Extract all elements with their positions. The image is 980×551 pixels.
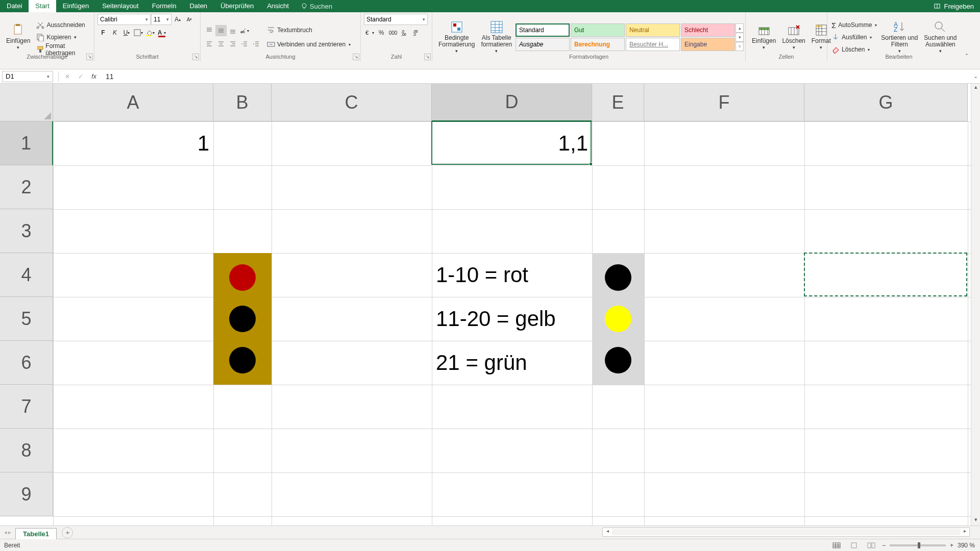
tab-einfuegen[interactable]: Einfügen xyxy=(56,0,95,12)
row-header-7[interactable]: 7 xyxy=(0,385,53,429)
decrease-decimal-button[interactable]: ,00,0 xyxy=(411,27,422,38)
paste-button[interactable]: Einfügen▾ xyxy=(3,22,33,52)
autosum-button[interactable]: ΣAutoSumme▾ xyxy=(830,19,878,31)
expand-formula-bar-button[interactable]: ⌄ xyxy=(973,73,978,80)
add-sheet-button[interactable]: ＋ xyxy=(62,527,73,538)
column-header-C[interactable]: C xyxy=(272,84,432,121)
cell-D4[interactable]: 1-10 = rot xyxy=(436,253,588,297)
row-header-1[interactable]: 1 xyxy=(0,121,53,165)
cell-style-standard[interactable]: Standard xyxy=(516,23,570,37)
share-button[interactable]: Freigeben xyxy=(944,3,974,10)
row-header-3[interactable]: 3 xyxy=(0,209,53,253)
tab-start[interactable]: Start xyxy=(29,0,56,12)
increase-decimal-button[interactable]: ,0,00 xyxy=(399,27,410,38)
fill-handle[interactable] xyxy=(589,162,593,166)
tell-me-search[interactable]: Suchen xyxy=(296,3,337,10)
decrease-font-button[interactable]: A▾ xyxy=(184,14,195,25)
insert-function-button[interactable]: fx xyxy=(89,72,99,81)
merge-center-button[interactable]: Verbinden und zentrieren▾ xyxy=(266,38,352,51)
font-color-button[interactable]: A▾ xyxy=(156,27,167,38)
row-header-9[interactable]: 9 xyxy=(0,472,53,516)
tab-ansicht[interactable]: Ansicht xyxy=(260,0,296,12)
borders-button[interactable]: ▾ xyxy=(133,27,144,38)
align-right-button[interactable] xyxy=(227,38,238,49)
cell-style-besuchter[interactable]: Besuchter H... xyxy=(626,38,680,51)
font-name-select[interactable]: Calibri xyxy=(97,14,151,25)
name-box[interactable]: D1 xyxy=(2,71,53,82)
cut-button[interactable]: Ausschneiden xyxy=(35,19,91,31)
increase-indent-button[interactable] xyxy=(251,38,262,49)
row-header-4[interactable]: 4 xyxy=(0,253,53,297)
row-header-5[interactable]: 5 xyxy=(0,297,53,341)
tab-datei[interactable]: Datei xyxy=(0,0,29,12)
row-header-2[interactable]: 2 xyxy=(0,165,53,209)
view-normal-button[interactable] xyxy=(830,541,843,550)
align-center-button[interactable] xyxy=(215,38,227,49)
collapse-ribbon-button[interactable]: ˄ xyxy=(965,53,968,60)
cell-style-gut[interactable]: Gut xyxy=(571,23,625,37)
row-header-8[interactable]: 8 xyxy=(0,429,53,472)
tab-formeln[interactable]: Formeln xyxy=(145,0,183,12)
cell-A1[interactable]: 1 xyxy=(57,121,209,165)
view-page-break-button[interactable] xyxy=(865,541,878,550)
bold-button[interactable]: F xyxy=(97,27,109,38)
column-header-B[interactable]: B xyxy=(213,84,272,121)
font-dialog-launcher[interactable]: ↘ xyxy=(192,54,199,60)
decrease-indent-button[interactable] xyxy=(239,38,250,49)
underline-button[interactable]: U▾ xyxy=(121,27,132,38)
conditional-formatting-button[interactable]: Bedingte Formatierung▾ xyxy=(435,19,478,56)
view-page-layout-button[interactable] xyxy=(847,541,861,550)
align-bottom-button[interactable] xyxy=(227,25,238,36)
sort-filter-button[interactable]: AZSortieren und Filtern▾ xyxy=(878,19,921,56)
copy-button[interactable]: Kopieren▾ xyxy=(35,31,91,43)
column-header-F[interactable]: F xyxy=(644,84,804,121)
increase-font-button[interactable]: A▴ xyxy=(172,14,183,25)
orientation-button[interactable]: ab▾ xyxy=(239,25,250,36)
number-dialog-launcher[interactable]: ↘ xyxy=(424,54,431,60)
insert-cells-button[interactable]: Einfügen▾ xyxy=(749,22,779,52)
number-format-select[interactable]: Standard xyxy=(364,14,428,25)
zoom-slider[interactable] xyxy=(890,544,946,546)
cell-style-schlecht[interactable]: Schlecht xyxy=(681,23,735,37)
horizontal-scrollbar[interactable]: ◂▸ xyxy=(602,528,970,537)
row-header-6[interactable]: 6 xyxy=(0,341,53,385)
column-header-D[interactable]: D xyxy=(432,84,592,121)
sheet-nav-buttons[interactable]: ◂▸ xyxy=(0,529,15,536)
tab-ueberpruefen[interactable]: Überprüfen xyxy=(214,0,260,12)
font-size-select[interactable]: 11 xyxy=(151,14,172,25)
zoom-in-button[interactable]: + xyxy=(950,542,953,549)
vertical-scrollbar[interactable]: ▴▾ xyxy=(971,84,980,525)
enter-formula-button[interactable]: ✓ xyxy=(76,72,85,81)
cell-style-eingabe[interactable]: Eingabe xyxy=(681,38,735,51)
cell-D5[interactable]: 11-20 = gelb xyxy=(436,297,588,341)
align-left-button[interactable] xyxy=(204,38,215,49)
fill-color-button[interactable]: ▾ xyxy=(144,27,156,38)
cancel-formula-button[interactable]: ✕ xyxy=(63,72,72,81)
style-gallery-scroll[interactable]: ▴▾▿ xyxy=(736,23,744,51)
zoom-level[interactable]: 390 % xyxy=(958,542,975,549)
thousands-format-button[interactable]: 000 xyxy=(387,27,399,38)
column-header-A[interactable]: A xyxy=(53,84,213,121)
zoom-out-button[interactable]: − xyxy=(882,542,886,549)
fill-button[interactable]: Ausfüllen▾ xyxy=(830,31,878,43)
percent-format-button[interactable]: % xyxy=(376,27,387,38)
tab-seitenlayout[interactable]: Seitenlayout xyxy=(95,0,145,12)
spreadsheet-grid[interactable]: ABCDEFG 123456789 11,11-10 = rot11-20 = … xyxy=(0,84,980,525)
format-as-table-button[interactable]: Als Tabelle formatieren▾ xyxy=(478,19,515,56)
italic-button[interactable]: K xyxy=(109,27,120,38)
clipboard-dialog-launcher[interactable]: ↘ xyxy=(86,54,93,60)
cell-style-berechnung[interactable]: Berechnung xyxy=(571,38,625,51)
find-select-button[interactable]: Suchen und Auswählen▾ xyxy=(921,19,960,56)
align-top-button[interactable] xyxy=(204,25,215,36)
cell-style-neutral[interactable]: Neutral xyxy=(626,23,680,37)
column-header-E[interactable]: E xyxy=(592,84,644,121)
wrap-text-button[interactable]: Textumbruch xyxy=(266,24,352,36)
select-all-corner[interactable] xyxy=(0,84,53,121)
cell-D6[interactable]: 21 = grün xyxy=(436,341,588,385)
column-header-G[interactable]: G xyxy=(804,84,968,121)
align-middle-button[interactable] xyxy=(215,25,227,36)
formula-input[interactable]: 11 xyxy=(103,72,114,81)
tab-daten[interactable]: Daten xyxy=(183,0,214,12)
accounting-format-button[interactable]: €▾ xyxy=(364,27,375,38)
sheet-tab-1[interactable]: Tabelle1 xyxy=(15,528,57,539)
